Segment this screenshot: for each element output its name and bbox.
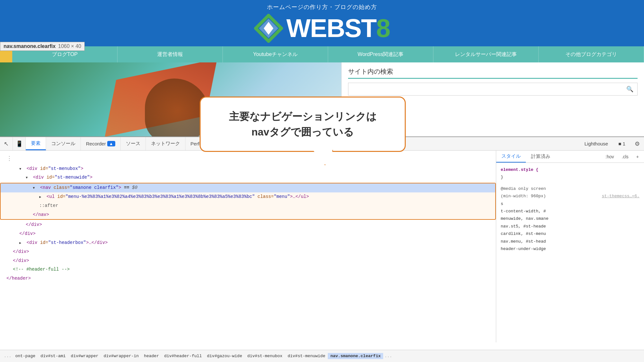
nav-item-4[interactable]: レンタルサーバー関連記事 xyxy=(433,46,539,62)
media-query-text: @media only screen xyxy=(501,186,546,191)
tree-toggle[interactable] xyxy=(33,184,37,192)
breadcrumb-item-st-menuwide[interactable]: div#st-menuwide xyxy=(285,353,328,359)
css-text-s: s xyxy=(501,201,503,206)
element-style-close: } xyxy=(501,175,503,180)
styles-content: element.style { } @media only screen (mi… xyxy=(496,163,644,260)
devtools-panel: ↖ 📱 要素 コンソール Recorder ▲ ソース ネットワーク Perfo… xyxy=(0,136,644,342)
callout-bubble: 主要なナビゲーションリンクは navタグで囲っている xyxy=(200,97,406,152)
tab-console[interactable]: コンソール xyxy=(46,137,81,150)
code-div-close1: </div> xyxy=(0,220,496,229)
breadcrumb-end-dots: ... xyxy=(383,353,393,359)
logo-digit: 8 xyxy=(376,14,390,42)
breadcrumb-item-header-full[interactable]: div#header-full xyxy=(162,353,204,359)
element-dimensions: 1060 × 40 xyxy=(58,43,81,49)
expand-dots[interactable]: ⋮ xyxy=(0,153,496,164)
logo-main: WEBST xyxy=(286,14,376,42)
site-logo-text: WEBST8 xyxy=(286,14,390,43)
code-header-close: </header> xyxy=(0,274,496,283)
code-div-menubox: <div id="st-menubox"> xyxy=(0,164,496,173)
search-button[interactable]: 🔍 xyxy=(622,83,637,95)
device-toggle-icon[interactable]: 📱 xyxy=(13,137,26,150)
styles-tabs-bar: スタイル 計算済み :hov .cls + xyxy=(496,151,644,163)
site-header: ホームページの作り方・ブログの始め方 WEBST8 xyxy=(0,0,644,46)
tab-computed[interactable]: 計算済み xyxy=(526,151,555,162)
callout-text: 主要なナビゲーションリンクは navタグで囲っている xyxy=(213,109,392,140)
css-prop-menuwide: menuwide, nav.smane xyxy=(501,216,548,221)
devtools-settings-icon[interactable]: ⚙ xyxy=(630,140,644,147)
breadcrumb-dots[interactable]: ... xyxy=(3,353,13,359)
nav-item-1[interactable]: 運営者情報 xyxy=(118,46,223,62)
media-query-condition: (min-width: 960px) xyxy=(501,194,546,199)
tree-toggle[interactable] xyxy=(19,165,24,173)
devtools-body: ⋮ <div id="st-menubox"> <div id="st-menu… xyxy=(0,151,644,342)
main-nav: ブログTOP運営者情報YoutubeチャンネルWordPress関連記事レンタル… xyxy=(0,46,644,62)
code-div-close3: </div> xyxy=(0,247,496,256)
nav-item-3[interactable]: WordPress関連記事 xyxy=(328,46,433,62)
breadcrumb-item-wrapper-in[interactable]: div#wrapper-in xyxy=(101,353,141,359)
tab-recorder[interactable]: Recorder ▲ xyxy=(81,137,121,150)
code-nav-after: ::after xyxy=(1,201,495,210)
code-div-menuwide: <div id="st-menuwide"> xyxy=(0,173,496,182)
add-style-action[interactable]: + xyxy=(634,153,641,160)
cls-action[interactable]: .cls xyxy=(619,153,631,160)
code-nav-open[interactable]: <nav class="smanone clearfix"> == $0 xyxy=(1,183,495,192)
tab-sources[interactable]: ソース xyxy=(121,137,146,150)
tab-issues[interactable]: ■ 1 xyxy=(613,141,630,146)
breadcrumb-item-nav-active[interactable]: nav.smanone.clearfix xyxy=(328,353,383,359)
inspector-icon[interactable]: ↖ xyxy=(0,137,13,150)
tree-toggle[interactable] xyxy=(39,193,44,201)
breadcrumb-item-ont-page[interactable]: ont-page xyxy=(13,353,38,359)
tree-toggle[interactable] xyxy=(19,239,24,247)
breadcrumb-item-st-menubox[interactable]: div#st-menubox xyxy=(245,353,285,359)
sidebar-search-title: サイト内の検索 xyxy=(348,67,638,79)
css-prop-cardlink: cardlink, #st-menu xyxy=(501,231,546,236)
hov-action[interactable]: :hov xyxy=(603,153,616,160)
nav-item-5[interactable]: その他ブログカテゴリ xyxy=(539,46,644,62)
site-logo-diamond xyxy=(254,14,283,43)
code-div-close2: </div> xyxy=(0,229,496,238)
devtools-dom-panel: ⋮ <div id="st-menubox"> <div id="st-menu… xyxy=(0,151,496,342)
code-nav-close: </nav> xyxy=(1,210,495,219)
search-input[interactable] xyxy=(348,83,622,95)
code-comment: <!-- #header-full --> xyxy=(0,265,496,274)
code-nav-ul: <ul id="menu-%e3%83%a1%e3%82%a4%e3%83%b3… xyxy=(1,192,495,201)
site-logo-area: WEBST8 xyxy=(254,14,390,46)
breadcrumb-bar: ... ont-page div#st-ami div#wrapper div#… xyxy=(0,350,644,362)
styles-actions: :hov .cls + xyxy=(603,151,644,162)
recorder-badge: ▲ xyxy=(107,141,115,146)
css-prop-1: t-content-width, # xyxy=(501,209,546,214)
element-hover-label: nav.smanone.clearfix1060 × 40 xyxy=(0,42,85,51)
tree-toggle[interactable] xyxy=(26,174,30,181)
breadcrumb-item-wrapper[interactable]: div#wrapper xyxy=(68,353,101,359)
breadcrumb-item-gazou-wide[interactable]: div#gazou-wide xyxy=(204,353,245,359)
element-style-selector: element.style { xyxy=(501,167,538,172)
search-box: 🔍 xyxy=(348,83,638,96)
nav-item-2[interactable]: Youtubeチャンネル xyxy=(223,46,328,62)
tab-elements[interactable]: 要素 xyxy=(26,137,46,150)
element-style-block: element.style { } xyxy=(501,166,639,181)
code-div-headerbox: <div id="st-headerbox">…</div> xyxy=(0,238,496,247)
code-div-close4: </div> xyxy=(0,256,496,265)
devtools-styles-panel: スタイル 計算済み :hov .cls + element.style { } … xyxy=(496,151,644,342)
devtools-left-tabs: ↖ 📱 要素 コンソール Recorder ▲ ソース ネットワーク Perfo… xyxy=(0,137,212,150)
tab-network[interactable]: ネットワーク xyxy=(146,137,185,150)
element-selector: nav.smanone.clearfix xyxy=(4,43,56,49)
css-prop-nav: nav.st5, #st-heade xyxy=(501,224,546,229)
css-prop-header: header-under-widge xyxy=(501,246,546,251)
css-source-link[interactable]: st-themecss…=6. xyxy=(602,192,639,200)
tab-styles[interactable]: スタイル xyxy=(496,151,526,162)
breadcrumb-item-header[interactable]: header xyxy=(141,353,162,359)
css-prop-navmenu: nav.menu, #st-head xyxy=(501,239,546,244)
breadcrumb-item-st-ami[interactable]: div#st-ami xyxy=(38,353,68,359)
devtools-right-tabs: Lighthouse ■ 1 ⚙ xyxy=(579,137,644,150)
callout-line2: navタグで囲っている xyxy=(213,124,392,140)
callout-line1: 主要なナビゲーションリンクは xyxy=(213,109,392,124)
media-query-block: @media only screen (min-width: 960px) st… xyxy=(501,185,639,253)
nav-code-block: <nav class="smanone clearfix"> == $0 <ul… xyxy=(0,183,496,220)
site-tagline: ホームページの作り方・ブログの始め方 xyxy=(267,3,377,11)
tab-lighthouse[interactable]: Lighthouse xyxy=(579,141,613,146)
nav-items: ブログTOP運営者情報YoutubeチャンネルWordPress関連記事レンタル… xyxy=(12,46,644,62)
